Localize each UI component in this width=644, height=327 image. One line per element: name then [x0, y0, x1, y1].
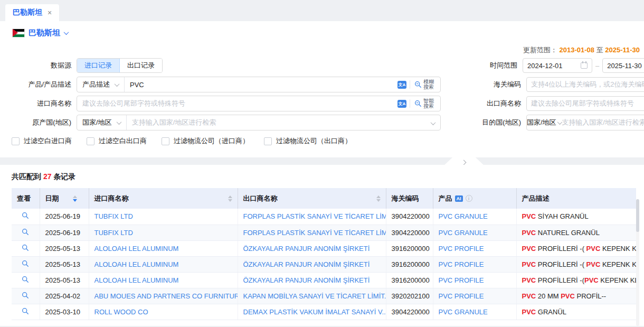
product-link[interactable]: PVC PROFILE — [439, 276, 484, 284]
col-product: 产品 AI i — [433, 188, 516, 209]
sort-icon — [73, 195, 77, 202]
export-records-tab[interactable]: 出口记录 — [120, 59, 162, 72]
importer-cell: TUBFIX LTD — [89, 209, 238, 225]
product-cell: PVC PROFILE — [433, 256, 516, 272]
view-cell[interactable] — [12, 240, 40, 256]
view-record-icon[interactable] — [22, 276, 29, 283]
exporter-link[interactable]: ÖZKAYALAR PANJUR ANONİM ŞİRKETİ — [243, 245, 370, 253]
exporter-link[interactable]: FORPLAS PLASTİK SANAYİ VE TİCARET LİMİ..… — [243, 212, 386, 220]
col-importer[interactable]: 进口商名称 — [89, 188, 238, 209]
chevron-down-icon[interactable] — [64, 30, 69, 35]
fuzzy-search-button[interactable]: 模糊搜索 — [413, 79, 437, 90]
view-cell[interactable] — [12, 256, 40, 272]
translate-icon[interactable]: 文A — [397, 100, 406, 108]
hs-code-cell: 3916200000 — [386, 272, 433, 288]
filter-logistics-exporter-checkbox[interactable]: 过滤物流公司（出口商） — [264, 136, 352, 146]
importer-link[interactable]: TUBFIX LTD — [94, 229, 133, 237]
importer-link[interactable]: ROLL WOOD CO — [94, 308, 148, 316]
hs-code-cell: 3904220000 — [386, 225, 433, 240]
col-exporter[interactable]: 出口商名称 — [238, 188, 386, 209]
importer-link[interactable]: ABU MOUES AND PARTNERS CO FURNITURE — [94, 292, 238, 300]
exporter-link[interactable]: KAPAN MOBİLYA SANAYİ VE TİCARET LİMİT... — [243, 292, 386, 300]
view-cell[interactable] — [12, 209, 40, 225]
description-cell: PVC SİYAH GRANÜL — [516, 209, 636, 225]
filter-blank-importer-checkbox[interactable]: 过滤空白进口商 — [12, 136, 72, 146]
importer-link[interactable]: ALOLOAH LEL ALUMINUM — [94, 276, 179, 284]
magnifier-minus-icon — [414, 81, 422, 88]
hs-code-cell: 3916200000 — [386, 256, 433, 272]
chevron-down-icon[interactable] — [431, 120, 436, 125]
importer-cell: ALOLOAH LEL ALUMINUM — [89, 256, 238, 272]
importer-link[interactable]: ALOLOAH LEL ALUMINUM — [94, 260, 179, 268]
destination-country-input[interactable]: 支持输入国家/地区进行检索 — [562, 118, 644, 127]
product-link[interactable]: PVC GRANULE — [439, 308, 488, 316]
description-cell: PVC PROFİLLERİ -(PVC KEPENK KLİP... — [516, 272, 636, 288]
origin-country-select[interactable]: 国家/地区 — [77, 115, 127, 130]
end-date-input[interactable]: 2025-11-30 — [602, 58, 644, 73]
translate-icon[interactable]: 文A — [397, 81, 406, 89]
table-row: 2025-06-19TUBFIX LTDFORPLAS PLASTİK SANA… — [12, 225, 636, 240]
smart-search-button[interactable]: 智能搜索 — [413, 98, 437, 109]
checkbox-icon[interactable] — [162, 137, 169, 145]
filter-blank-exporter-checkbox[interactable]: 过滤空白出口商 — [87, 136, 147, 146]
country-tab[interactable]: 巴勒斯坦 × — [5, 4, 59, 21]
sort-icon — [228, 195, 232, 202]
date-cell: 2025-05-13 — [40, 256, 89, 272]
date-cell: 2025-05-13 — [40, 272, 89, 288]
product-link[interactable]: PVC GRANULE — [439, 229, 488, 237]
filter-logistics-importer-checkbox[interactable]: 过滤物流公司（进口商） — [162, 136, 249, 146]
checkbox-icon[interactable] — [87, 137, 94, 145]
view-cell[interactable] — [12, 304, 40, 320]
import-records-tab[interactable]: 进口记录 — [77, 59, 120, 72]
exporter-cell: DEMAX PLASTİK VAKUM İMALAT SANAYİ V... — [238, 304, 386, 320]
window-tab-bar: 巴勒斯坦 × — [0, 0, 644, 21]
view-record-icon[interactable] — [22, 228, 29, 236]
description-cell: PVC PROFİLLERİ -( PVC KEPENK KLİP... — [516, 240, 636, 256]
checkbox-icon[interactable] — [12, 137, 20, 145]
view-record-icon[interactable] — [22, 292, 29, 299]
destination-country-select[interactable]: 国家/地区 — [527, 118, 562, 127]
importer-link[interactable]: TUBFIX LTD — [94, 212, 133, 220]
col-date[interactable]: 日期 — [40, 188, 89, 209]
product-link[interactable]: PVC PROFILE — [439, 245, 484, 253]
col-view: 查看 — [12, 188, 40, 209]
checkbox-icon[interactable] — [264, 137, 272, 145]
info-icon[interactable]: i — [466, 195, 472, 202]
product-search-input[interactable]: PVC — [125, 81, 397, 89]
view-record-icon[interactable] — [22, 307, 29, 315]
hs-code-cell: 3920202100 — [386, 288, 433, 304]
exporter-name-input[interactable]: 建议去除公司尾部字符或特殊符号 — [526, 96, 644, 111]
magnifier-minus-icon — [414, 100, 422, 107]
product-link[interactable]: PVC PROFILE — [439, 292, 484, 300]
product-cell: PVC GRANULE — [433, 209, 516, 225]
exporter-cell: FORPLAS PLASTİK SANAYİ VE TİCARET LİMİ..… — [238, 209, 386, 225]
importer-link[interactable]: ALOLOAH LEL ALUMINUM — [94, 245, 179, 253]
exporter-link[interactable]: FORPLAS PLASTİK SANAYİ VE TİCARET LİMİ..… — [243, 229, 386, 237]
hs-code-input[interactable]: 支持4位以上海关编码，或2位海关编码加 — [526, 77, 644, 92]
view-record-icon[interactable] — [22, 260, 29, 267]
origin-country-input[interactable]: 支持输入国家/地区进行检索 — [127, 118, 431, 127]
country-title[interactable]: 巴勒斯坦 — [29, 28, 60, 38]
view-record-icon[interactable] — [22, 212, 29, 219]
tab-close-icon[interactable]: × — [48, 8, 52, 17]
origin-country-group: 国家/地区 支持输入国家/地区进行检索 — [77, 115, 441, 130]
vertical-scrollbar[interactable] — [636, 199, 639, 326]
view-cell[interactable] — [12, 225, 40, 240]
result-count-number: 27 — [43, 172, 52, 181]
start-date-input[interactable]: 2024-12-01 — [523, 58, 592, 73]
product-link[interactable]: PVC PROFILE — [439, 260, 484, 268]
product-link[interactable]: PVC GRANULE — [439, 212, 488, 220]
view-cell[interactable] — [12, 288, 40, 304]
exporter-link[interactable]: DEMAX PLASTİK VAKUM İMALAT SANAYİ V... — [243, 308, 386, 316]
importer-search-group: 建议去除公司尾部字符或特殊符号 文A 智能搜索 — [77, 96, 441, 111]
description-cell: PVC NATUREL GRANÜL — [516, 225, 636, 240]
view-cell[interactable] — [12, 272, 40, 288]
view-record-icon[interactable] — [22, 244, 29, 251]
exporter-link[interactable]: ÖZKAYALAR PANJUR ANONİM ŞİRKETİ — [243, 276, 370, 284]
product-type-select[interactable]: 产品描述 — [77, 77, 125, 92]
table-row: 2025-03-10ROLL WOOD CODEMAX PLASTİK VAKU… — [12, 304, 636, 320]
exporter-link[interactable]: ÖZKAYALAR PANJUR ANONİM ŞİRKETİ — [243, 260, 370, 268]
scrollbar-thumb[interactable] — [636, 199, 639, 232]
importer-name-input[interactable]: 建议去除公司尾部字符或特殊符号 — [77, 99, 397, 108]
importer-label: 进口商名称 — [0, 99, 71, 108]
